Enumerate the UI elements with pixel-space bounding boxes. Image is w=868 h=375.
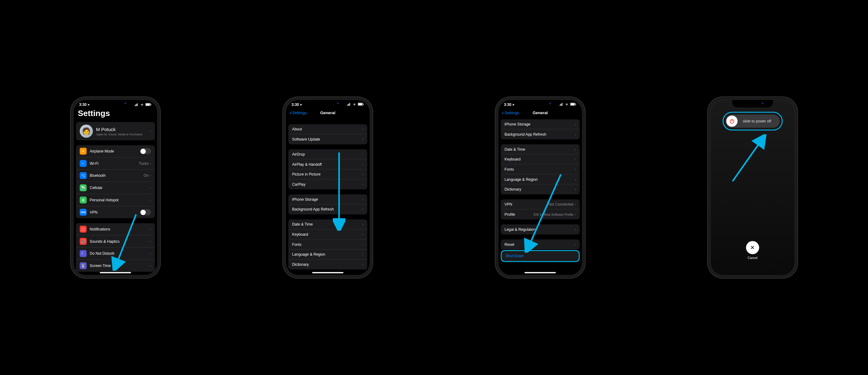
svg-rect-24 <box>576 104 576 105</box>
status-time: 3:30 <box>79 102 87 107</box>
lang-row[interactable]: Language & Region› <box>288 249 367 260</box>
back-button[interactable]: ‹ Settings <box>502 110 519 115</box>
row-label: AirPlay & Handoff <box>292 162 362 166</box>
airplay-row[interactable]: AirPlay & Handoff› <box>288 159 367 169</box>
carplay-row[interactable]: CarPlay› <box>288 179 367 189</box>
bluetooth-icon: ⌥ <box>80 172 87 179</box>
chevron-icon: › <box>575 177 576 181</box>
battery-icon <box>358 102 364 107</box>
row-detail: iOS 14 Beta Software Profile <box>533 213 574 216</box>
screentime-row[interactable]: ⏳ Screen Time › <box>76 260 155 272</box>
software-update-row[interactable]: Software Update› <box>288 134 367 145</box>
dnd-row[interactable]: ☾ Do Not Disturb › <box>76 248 155 260</box>
chevron-icon: › <box>362 197 363 201</box>
chevron-icon: › <box>575 167 576 171</box>
row-label: Shut Down <box>505 254 575 258</box>
slide-to-power-off[interactable]: slide to power off <box>725 115 780 128</box>
svg-rect-2 <box>136 104 136 106</box>
bg-refresh-row[interactable]: Background App Refresh› <box>501 129 580 139</box>
profile-row[interactable]: ProfileiOS 14 Beta Software Profile› <box>501 209 580 219</box>
notch <box>732 100 773 107</box>
row-detail: Not Connected <box>548 202 574 206</box>
sounds-row[interactable]: 🔊 Sounds & Haptics › <box>76 236 155 248</box>
hotspot-row[interactable]: ⊕ Personal Hotspot › <box>76 194 155 206</box>
cancel-button[interactable]: ✕ Cancel <box>746 241 760 259</box>
power-knob[interactable] <box>726 115 738 127</box>
keyboard-row[interactable]: Keyboard› <box>288 229 367 240</box>
chevron-icon: › <box>362 262 363 267</box>
home-indicator[interactable] <box>312 272 343 273</box>
pip-row[interactable]: Picture in Picture› <box>288 169 367 180</box>
row-label: AirDrop <box>292 152 362 156</box>
notch <box>308 100 348 107</box>
bg-refresh-row[interactable]: Background App Refresh› <box>288 205 367 215</box>
phone-general-bottom: 3:30 ➤ ‹ Settings General iPhone Storage… <box>498 99 582 275</box>
close-icon: ✕ <box>746 241 760 254</box>
screentime-icon: ⏳ <box>80 262 87 269</box>
notifications-row[interactable]: ▢ Notifications › <box>76 223 155 236</box>
sounds-icon: 🔊 <box>80 238 87 245</box>
legal-row[interactable]: Legal & Regulatory› <box>501 224 580 235</box>
svg-rect-3 <box>137 103 137 106</box>
apple-id-row[interactable]: 🧑 M Potuck Apple ID, iCloud, Media & Pur… <box>76 122 155 140</box>
chevron-icon: › <box>575 132 576 136</box>
phone-power-off: slide to power off ✕ Cancel <box>710 99 795 275</box>
row-label: Airplane Mode <box>90 149 140 153</box>
chevron-icon: › <box>150 161 151 165</box>
airplane-toggle[interactable] <box>140 148 151 154</box>
about-row[interactable]: About› <box>288 124 367 134</box>
notifications-icon: ▢ <box>80 225 87 232</box>
profile-subtitle: Apple ID, iCloud, Media & Purchases <box>96 132 150 136</box>
keyboard-row[interactable]: Keyboard› <box>501 154 580 164</box>
datetime-row[interactable]: Date & Time› <box>288 219 367 229</box>
vpn-toggle[interactable] <box>140 209 151 215</box>
vpn-row[interactable]: VPNNot Connected› <box>501 199 580 210</box>
storage-row[interactable]: iPhone Storage› <box>288 194 367 205</box>
home-indicator[interactable] <box>100 272 131 273</box>
shutdown-row[interactable]: Shut Down <box>502 251 579 261</box>
back-button[interactable]: ‹ Settings <box>290 110 307 115</box>
row-label: VPN <box>505 202 549 206</box>
fonts-row[interactable]: Fonts› <box>288 239 367 249</box>
cellular-row[interactable]: 📡 Cellular › <box>76 182 155 194</box>
cellular-icon: 📡 <box>80 184 87 191</box>
chevron-icon: › <box>362 242 363 246</box>
chevron-icon: › <box>150 174 151 178</box>
dict-row[interactable]: Dictionary› <box>501 184 580 194</box>
airplane-icon: ✈ <box>80 148 87 154</box>
airdrop-row[interactable]: AirDrop› <box>288 150 367 160</box>
reset-row[interactable]: Reset› <box>501 239 580 249</box>
lang-row[interactable]: Language & Region› <box>501 174 580 184</box>
svg-rect-12 <box>349 103 350 106</box>
dict-row[interactable]: Dictionary› <box>288 260 367 270</box>
svg-rect-15 <box>363 104 364 105</box>
storage-row[interactable]: iPhone Storage› <box>501 119 580 129</box>
svg-rect-23 <box>570 103 575 105</box>
chevron-icon: › <box>362 252 363 256</box>
profile-name: M Potuck <box>96 127 150 132</box>
chevron-icon: › <box>150 186 151 190</box>
battery-icon <box>146 103 152 106</box>
fonts-row[interactable]: Fonts› <box>501 164 580 175</box>
home-indicator[interactable] <box>525 272 556 273</box>
row-label: Sounds & Haptics <box>90 239 150 243</box>
chevron-icon: › <box>362 172 363 177</box>
row-label: Background App Refresh <box>505 132 575 136</box>
wifi-row[interactable]: ⌔ Wi-Fi Tucks › <box>76 157 155 170</box>
notch <box>520 100 561 107</box>
airplane-mode-row[interactable]: ✈ Airplane Mode <box>76 145 155 157</box>
datetime-row[interactable]: Date & Time› <box>501 144 580 154</box>
row-label: Bluetooth <box>90 174 143 178</box>
row-label: Language & Region <box>505 177 575 181</box>
nav-title: General <box>320 111 335 115</box>
chevron-icon: › <box>362 137 363 142</box>
row-label: Personal Hotspot <box>90 198 150 202</box>
row-label: Cellular <box>90 186 150 190</box>
row-label: About <box>292 127 362 131</box>
status-right-icons <box>346 102 364 107</box>
vpn-row[interactable]: VPN VPN <box>76 206 155 218</box>
row-label: Fonts <box>505 167 575 171</box>
bluetooth-row[interactable]: ⌥ Bluetooth On › <box>76 170 155 182</box>
row-label: Language & Region <box>292 252 362 256</box>
chevron-icon: › <box>575 202 576 206</box>
